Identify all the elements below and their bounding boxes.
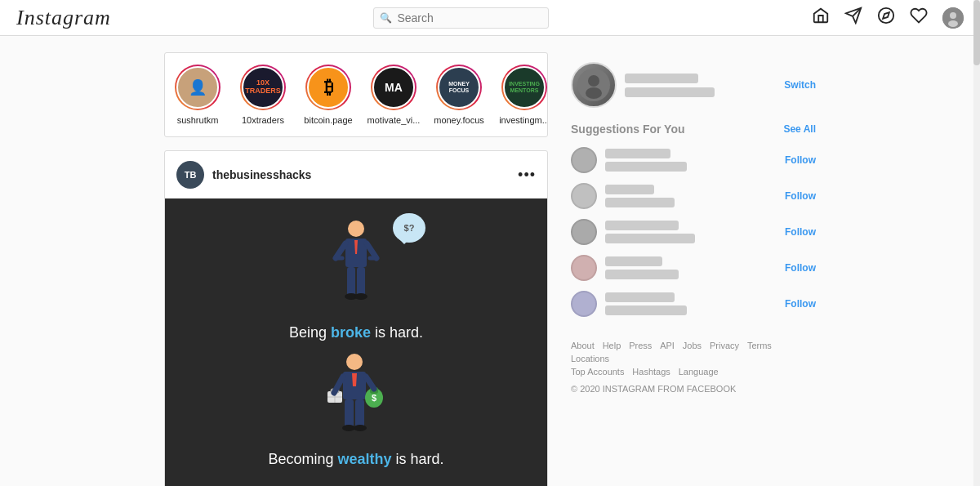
scrollbar-track [973, 0, 980, 486]
follow-button[interactable]: Follow [785, 190, 816, 202]
search-icon: 🔍 [380, 12, 392, 24]
footer-terms[interactable]: Terms [747, 341, 772, 350]
post-card: TB thebusinesshacks ••• $? [164, 150, 548, 486]
suggestion-subtext-blur [605, 234, 695, 243]
broke-figure-svg [327, 217, 385, 315]
suggestion-info [605, 183, 675, 209]
suggestion-info [605, 291, 687, 317]
story-label: investingm... [499, 115, 548, 125]
story-avatar-wrap: 👤 [175, 65, 220, 110]
follow-button[interactable]: Follow [785, 226, 816, 238]
svg-point-6 [948, 20, 958, 27]
instagram-logo: Instagram [16, 6, 111, 30]
suggestion-username-blur [605, 221, 679, 230]
svg-rect-30 [345, 399, 354, 427]
navbar: Instagram 🔍 [0, 0, 980, 36]
suggestion-subtext-blur [605, 270, 679, 279]
suggestions-title: Suggestions For You [571, 123, 685, 136]
svg-line-29 [366, 377, 374, 389]
post-avatar: TB [176, 161, 204, 189]
search-input[interactable] [373, 7, 549, 29]
svg-point-32 [342, 425, 355, 431]
story-item[interactable]: ₿ bitcoin.page [296, 65, 361, 125]
suggestion-left [571, 219, 695, 245]
footer-press[interactable]: Press [629, 341, 652, 350]
svg-rect-14 [347, 267, 355, 296]
wealthy-figure-svg: $ [323, 352, 389, 442]
story-avatar-wrap: 10XTRADERS [240, 65, 286, 110]
compass-icon[interactable] [877, 7, 895, 29]
post-header-left: TB thebusinesshacks [176, 161, 311, 189]
suggestion-info [605, 255, 679, 281]
footer-top-accounts[interactable]: Top Accounts [571, 367, 624, 377]
suggestion-subtext-blur [605, 198, 675, 207]
heart-icon[interactable] [910, 7, 928, 29]
story-label: money.focus [434, 115, 484, 125]
broke-figure-wrap: $? [327, 217, 385, 318]
broke-section: $? [181, 217, 531, 348]
suggestion-avatar [571, 255, 597, 281]
post-username[interactable]: thebusinesshacks [212, 168, 311, 181]
story-avatar: 10XTRADERS [242, 66, 284, 109]
footer-language[interactable]: Language [679, 367, 719, 377]
send-icon[interactable] [844, 7, 862, 29]
suggestion-username-blur [605, 185, 654, 194]
follow-button[interactable]: Follow [785, 154, 816, 166]
story-item[interactable]: MA motivate_vi... [361, 65, 426, 125]
story-item[interactable]: 👤 sushrutkm [165, 65, 230, 125]
home-icon[interactable] [812, 7, 830, 29]
user-avatar-nav[interactable] [942, 7, 964, 29]
switch-button[interactable]: Switch [784, 79, 816, 91]
footer-jobs[interactable]: Jobs [683, 341, 702, 350]
suggestion-username-blur [605, 256, 662, 266]
current-user-subtext [625, 86, 715, 99]
story-item[interactable]: INVESTINGMENTORS investingm... [492, 65, 548, 125]
footer-locations[interactable]: Locations [571, 354, 609, 363]
suggestion-info [605, 147, 687, 173]
svg-point-35 [588, 75, 599, 87]
svg-point-39 [572, 221, 595, 243]
suggestion-left [571, 291, 687, 317]
username-blur [625, 74, 698, 83]
search-wrapper: 🔍 [373, 7, 549, 29]
svg-point-41 [572, 292, 595, 315]
svg-marker-3 [883, 12, 889, 19]
svg-rect-15 [357, 267, 365, 296]
story-avatar: MONEYFOCUS [438, 66, 480, 109]
story-item[interactable]: 10XTRADERS 10xtraders [230, 65, 296, 125]
svg-text:$: $ [372, 393, 376, 403]
footer-api[interactable]: API [660, 341, 675, 350]
footer-hashtags[interactable]: Hashtags [632, 367, 670, 377]
svg-point-17 [354, 293, 368, 300]
svg-point-33 [354, 425, 367, 431]
footer-links: About Help Press API Jobs Privacy Terms … [571, 338, 816, 377]
story-label: 10xtraders [242, 115, 284, 125]
footer-about[interactable]: About [571, 341, 595, 350]
post-header: TB thebusinesshacks ••• [165, 151, 547, 198]
svg-line-12 [367, 243, 376, 258]
story-avatar-wrap: ₿ [305, 65, 351, 110]
svg-point-18 [346, 354, 363, 370]
follow-button[interactable]: Follow [785, 262, 816, 274]
suggestion-left [571, 147, 687, 173]
footer-help[interactable]: Help [603, 341, 621, 350]
post-image-bg: $? [165, 198, 547, 486]
scrollbar-thumb[interactable] [973, 0, 980, 65]
see-all-button[interactable]: See All [783, 123, 816, 135]
post-menu-button[interactable]: ••• [518, 167, 536, 184]
story-avatar-wrap: MONEYFOCUS [436, 65, 482, 110]
suggestion-avatar [571, 183, 597, 209]
follow-button[interactable]: Follow [785, 298, 816, 310]
suggestion-subtext-blur [605, 162, 687, 172]
story-label: motivate_vi... [368, 115, 421, 125]
story-label: bitcoin.page [304, 115, 352, 125]
svg-rect-31 [355, 399, 364, 427]
suggestions-header: Suggestions For You See All [571, 123, 816, 136]
suggestion-row: Follow [571, 142, 816, 178]
current-user-left [571, 62, 715, 108]
footer-privacy[interactable]: Privacy [710, 341, 739, 350]
story-item[interactable]: MONEYFOCUS money.focus [426, 65, 492, 125]
svg-point-7 [348, 221, 364, 237]
current-username [625, 72, 715, 86]
sidebar: Switch Suggestions For You See All Follo… [571, 52, 816, 486]
